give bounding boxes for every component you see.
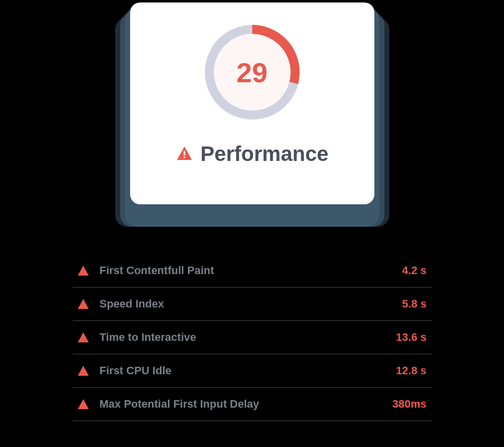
svg-rect-3 bbox=[184, 151, 185, 155]
warning-icon bbox=[78, 366, 89, 376]
metric-row: First Contentfull Paint 4.2 s bbox=[73, 254, 432, 288]
metric-label: Max Potential First Input Delay bbox=[100, 398, 392, 411]
metric-value: 4.2 s bbox=[402, 264, 427, 277]
metric-label: First Contentfull Paint bbox=[100, 264, 402, 277]
performance-score-card: 29 Performance bbox=[130, 2, 374, 204]
svg-rect-4 bbox=[184, 156, 185, 158]
metric-label: Speed Index bbox=[100, 298, 402, 310]
metric-row: Max Potential First Input Delay 380ms bbox=[73, 388, 432, 421]
metric-value: 5.8 s bbox=[402, 298, 427, 310]
metric-value: 13.6 s bbox=[396, 331, 426, 344]
score-card-stack: 29 Performance bbox=[130, 2, 374, 224]
card-title-row: Performance bbox=[175, 142, 329, 166]
warning-icon bbox=[78, 399, 89, 409]
card-title: Performance bbox=[200, 142, 329, 166]
metric-label: Time to Interactive bbox=[100, 331, 396, 344]
metric-row: Speed Index 5.8 s bbox=[73, 288, 432, 321]
metric-row: First CPU Idle 12.8 s bbox=[73, 354, 432, 388]
warning-icon bbox=[78, 266, 89, 276]
warning-icon bbox=[78, 332, 89, 342]
metric-row: Time to Interactive 13.6 s bbox=[73, 321, 432, 354]
score-gauge: 29 bbox=[200, 20, 305, 125]
warning-icon bbox=[175, 145, 193, 163]
metrics-list: First Contentfull Paint 4.2 s Speed Inde… bbox=[73, 254, 432, 421]
metric-label: First CPU Idle bbox=[100, 364, 396, 377]
warning-icon bbox=[78, 299, 89, 309]
score-value: 29 bbox=[200, 20, 305, 125]
metric-value: 380ms bbox=[392, 398, 427, 411]
metric-value: 12.8 s bbox=[396, 364, 426, 377]
